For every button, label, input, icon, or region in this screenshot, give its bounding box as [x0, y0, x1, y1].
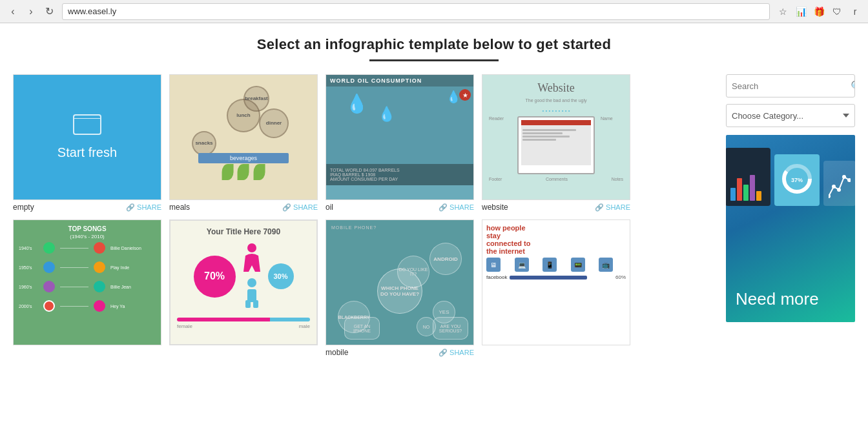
percent-male-circle: 30%	[268, 263, 294, 289]
decade-artist-1960: Billie Jean	[110, 285, 156, 289]
bookmark-icon[interactable]: ☆	[775, 4, 790, 19]
monitor-line4	[522, 139, 556, 141]
template-card-internet[interactable]: how peoplestayconnected tothe internet 🖥…	[482, 219, 630, 357]
back-button[interactable]: ‹	[5, 4, 21, 19]
shield-icon[interactable]: 🛡	[829, 4, 845, 19]
forward-button[interactable]: ›	[23, 4, 39, 19]
decade-1940: 1940's Billie Danielson	[19, 242, 156, 254]
search-box: 🔍	[726, 74, 855, 97]
oil-title-bar: WORLD OIL CONSUMPTION	[326, 75, 473, 87]
main-layout: Start fresh empty 🔗 SHARE lunch d	[0, 74, 868, 357]
website-subtitle: The good the bad and the ugly	[489, 98, 623, 103]
meals-circles: lunch dinner breakfast snacks beverages	[185, 79, 302, 196]
oil-badge: ★	[459, 89, 471, 101]
monitor-line2	[522, 132, 563, 134]
decade-artist-1940: Billie Danielson	[110, 246, 156, 250]
decade-1950: 1950's Play Inde	[19, 261, 156, 273]
template-card-yourtitle[interactable]: Your Title Here 7090 70%	[169, 219, 318, 357]
svg-point-10	[842, 175, 846, 179]
mobile-inner: MOBILE PHONE? WHICH PHONE DO YOU HAVE? A…	[326, 220, 473, 345]
oil-stats: TOTAL WORLD 84.097 BARRELS IRAQ BARREL $…	[326, 164, 473, 185]
facebook-label: facebook	[486, 274, 507, 280]
oil-drop1: 💧	[346, 93, 368, 114]
template-card-oil[interactable]: WORLD OIL CONSUMPTION 💧 💧 💧 ★ TOTAL WORL…	[326, 74, 474, 212]
page-title: Select an infographic template below to …	[0, 36, 868, 53]
breakfast-circle: breakfast	[243, 86, 269, 112]
templates-grid: Start fresh empty 🔗 SHARE lunch d	[13, 74, 713, 357]
gift-icon[interactable]: 🎁	[811, 4, 827, 19]
comments-label: Comments	[546, 177, 568, 181]
meals-inner: lunch dinner breakfast snacks beverages	[170, 75, 317, 199]
decade-dot-1950	[43, 261, 55, 273]
user-icon[interactable]: r	[847, 4, 863, 19]
monitor-line3	[522, 136, 570, 137]
decade-line-1950	[60, 267, 88, 268]
browser-icons: ☆ 📊 🎁 🛡 r	[775, 4, 863, 19]
template-thumb-meals: lunch dinner breakfast snacks beverages	[169, 74, 318, 200]
bar-female	[177, 318, 270, 321]
topsongs-subtitle: (1940's - 2010)	[70, 234, 105, 239]
share-link-mobile[interactable]: 🔗 SHARE	[439, 349, 474, 357]
leaf3	[253, 164, 265, 180]
line-svg	[829, 167, 851, 199]
facebook-bar	[510, 276, 587, 280]
bar2	[737, 178, 742, 201]
address-bar[interactable]	[62, 3, 770, 20]
search-input[interactable]	[727, 77, 845, 95]
template-name-empty: empty	[13, 203, 34, 212]
decade-dot2-2000	[94, 300, 105, 312]
device-icon2: 💻	[515, 258, 529, 272]
template-card-meals[interactable]: lunch dinner breakfast snacks beverages	[169, 74, 318, 212]
female-icon	[242, 243, 262, 275]
oil-drop2: 💧	[378, 106, 395, 123]
template-thumb-internet: how peoplestayconnected tothe internet 🖥…	[482, 219, 630, 345]
decade-label-2000: 2000's	[19, 304, 38, 309]
decade-artist-2000: Hey Ya	[110, 304, 156, 309]
search-button[interactable]: 🔍	[845, 76, 855, 96]
template-card-website[interactable]: Website The good the bad and the ugly • …	[482, 74, 630, 212]
template-thumb-topsongs: TOP SONGS(1940's - 2010) 1940's Billie D…	[13, 219, 161, 345]
category-select[interactable]: Choose Category... Business Education Sc…	[726, 104, 855, 127]
share-link-website[interactable]: 🔗 SHARE	[595, 203, 630, 212]
oil-stat3: AMOUNT CONSUMED PER DAY	[330, 177, 470, 181]
title-underline	[369, 59, 499, 61]
internet-inner: how peoplestayconnected tothe internet 🖥…	[482, 220, 630, 345]
male-label: male	[299, 323, 310, 329]
charts-icon[interactable]: 📊	[793, 4, 809, 19]
mobile-title: MOBILE PHONE?	[331, 225, 468, 230]
oil-stat1: TOTAL WORLD 84.097 BARRELS	[330, 168, 470, 172]
chart-cards: 37%	[726, 148, 855, 206]
share-link-empty[interactable]: 🔗 SHARE	[126, 203, 161, 212]
sidebar: 🔍 Choose Category... Business Education …	[726, 74, 855, 357]
needmore-thumb: 37%	[726, 135, 855, 322]
female-label: female	[177, 323, 192, 329]
browser-nav: ‹ › ↻	[5, 4, 57, 19]
decade-line-1960	[60, 287, 88, 287]
bar4	[750, 175, 755, 201]
template-card-mobile[interactable]: MOBILE PHONE? WHICH PHONE DO YOU HAVE? A…	[326, 219, 474, 357]
monitor-bar	[521, 120, 591, 125]
oil-stat2: IRAQ BARREL $ 1908	[330, 172, 470, 177]
getiphone-circle: GET AN IPHONE	[344, 317, 380, 340]
decade-dot2-1950	[94, 261, 105, 273]
website-bottom-labels: Footer Comments Notes	[489, 177, 623, 181]
share-link-oil[interactable]: 🔗 SHARE	[439, 203, 474, 212]
website-dots: • • • • • • • • •	[489, 108, 623, 114]
needmore-card[interactable]: 37%	[726, 135, 855, 322]
share-icon-meals: 🔗	[282, 203, 291, 212]
template-card-empty[interactable]: Start fresh empty 🔗 SHARE	[13, 74, 161, 212]
template-label-website: website 🔗 SHARE	[482, 203, 630, 212]
refresh-button[interactable]: ↻	[41, 4, 57, 19]
template-thumb-empty: Start fresh	[13, 74, 161, 200]
needmore-text-container: Need more	[736, 289, 819, 309]
decade-dot-1940	[43, 242, 55, 254]
dinner-circle: dinner	[259, 108, 289, 138]
template-name-oil: oil	[326, 203, 333, 212]
share-icon-mobile: 🔗	[439, 349, 448, 357]
share-link-meals[interactable]: 🔗 SHARE	[282, 203, 318, 212]
template-card-topsongs[interactable]: TOP SONGS(1940's - 2010) 1940's Billie D…	[13, 219, 161, 357]
decade-label-1960: 1960's	[19, 285, 38, 289]
device-icon4: 📟	[571, 258, 585, 272]
pie-chart: 37%	[781, 163, 813, 198]
internet-title: how peoplestayconnected tothe internet	[486, 224, 626, 255]
